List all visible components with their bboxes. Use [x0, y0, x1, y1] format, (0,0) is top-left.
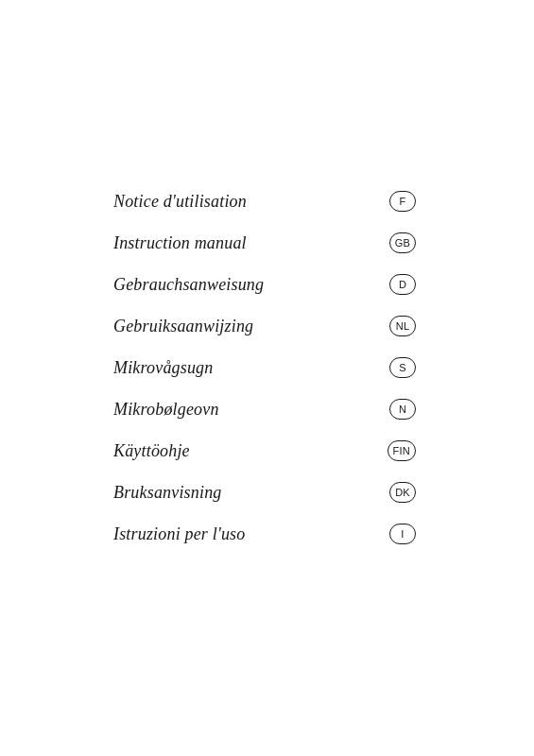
label-finnish: Käyttöohje: [113, 441, 190, 461]
badge-english: GB: [389, 232, 416, 253]
label-norwegian: Mikrobølgeovn: [113, 400, 219, 420]
label-italian: Istruzioni per l'uso: [113, 524, 245, 544]
badge-swedish: S: [389, 357, 416, 378]
label-danish: Bruksanvisning: [113, 483, 222, 503]
entry-french: Notice d'utilisationF: [113, 191, 416, 212]
entry-english: Instruction manualGB: [113, 232, 416, 253]
entry-dutch: GebruiksaanwijzingNL: [113, 316, 416, 336]
badge-danish: DK: [389, 482, 416, 503]
badge-norwegian: N: [389, 399, 416, 420]
badge-dutch: NL: [389, 316, 416, 336]
badge-german: D: [389, 274, 416, 295]
label-french: Notice d'utilisation: [113, 192, 247, 212]
label-german: Gebrauchsanweisung: [113, 275, 264, 295]
label-swedish: Mikrovågsugn: [113, 358, 213, 378]
entry-norwegian: MikrobølgeovnN: [113, 399, 416, 420]
entry-danish: BruksanvisningDK: [113, 482, 416, 503]
label-english: Instruction manual: [113, 233, 247, 253]
label-dutch: Gebruiksaanwijzing: [113, 317, 253, 336]
badge-finnish: FIN: [388, 440, 416, 461]
entry-german: GebrauchsanweisungD: [113, 274, 416, 295]
entry-finnish: KäyttöohjeFIN: [113, 440, 416, 461]
badge-french: F: [389, 191, 416, 212]
page-container: Notice d'utilisationFInstruction manualG…: [0, 0, 534, 756]
badge-italian: I: [389, 524, 416, 544]
entry-swedish: MikrovågsugnS: [113, 357, 416, 378]
entry-italian: Istruzioni per l'usoI: [113, 524, 416, 544]
